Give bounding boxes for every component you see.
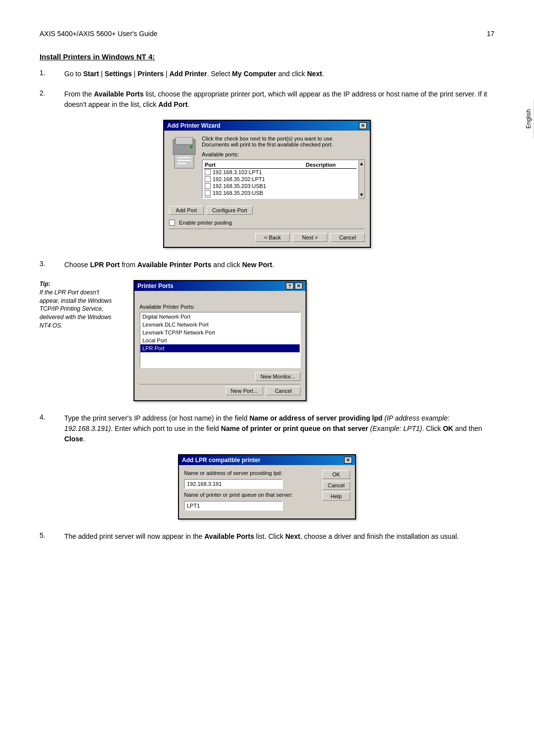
pport-lpr[interactable]: LPR Port — [140, 344, 300, 352]
port-item-0[interactable]: 192.168.3.102:LPT1 — [204, 169, 356, 176]
queue-input-row — [184, 501, 315, 511]
step-2: 2. From the Available Ports list, choose… — [40, 89, 494, 110]
col-port-header: Port — [205, 162, 306, 168]
pport-lexmark-dlc[interactable]: Lexmark DLC Network Port — [140, 321, 300, 329]
new-monitor-button[interactable]: New Monitor... — [255, 372, 301, 381]
tip-box: Tip: If the LPR Port doesn't appear, ins… — [40, 280, 119, 330]
lpr-titlebar-buttons: ✕ — [344, 457, 352, 464]
port-name-2: 192.168.35.203:USB1 — [213, 183, 266, 189]
tip-label: Tip: — [40, 280, 119, 288]
lpr-fields: Name or address of server providing lpd:… — [184, 470, 315, 514]
next-button[interactable]: Next > — [293, 233, 327, 242]
spacer-top — [139, 296, 301, 304]
add-lpr-dialog-container: Add LPR compatible printer ✕ Name or add… — [40, 454, 494, 520]
scroll-up-arrow[interactable]: ▲ — [359, 161, 364, 166]
ports-listbox-container: Port Description 192.168.3.102:LPT1 192. — [202, 159, 365, 199]
ports-divider — [139, 384, 301, 384]
lpr-ok-button[interactable]: OK — [322, 470, 350, 479]
dialog-main-area: Click the check box next to the port(s) … — [169, 136, 365, 199]
step-3: 3. Choose LPR Port from Available Printe… — [40, 260, 494, 270]
lpr-cancel-button[interactable]: Cancel — [322, 481, 350, 490]
port-name-3: 192.168.35.203:USB — [213, 190, 263, 196]
listbox-header: Port Description — [204, 161, 356, 169]
step-5-content: The added print server will now appear i… — [64, 531, 494, 542]
pport-lexmark-tcp[interactable]: Lexmark TCP/IP Network Port — [140, 329, 300, 336]
port-item-4[interactable]: 192.168.35.203:LPT1 — [204, 196, 356, 199]
step-4-number: 4. — [40, 413, 64, 421]
tip-text: If the LPR Port doesn't appear, install … — [40, 288, 119, 330]
lpr-help-button[interactable]: Help — [322, 492, 350, 501]
svg-rect-1 — [176, 137, 193, 144]
pport-digital-network[interactable]: Digital Network Port — [140, 313, 300, 321]
dialog-title: Add Printer Wizard — [167, 122, 221, 129]
new-port-button[interactable]: New Port... — [225, 386, 263, 395]
queue-input[interactable] — [184, 501, 283, 511]
enable-pooling-checkbox[interactable] — [169, 220, 175, 226]
add-port-button[interactable]: Add Port — [169, 206, 204, 215]
step-1-number: 1. — [40, 69, 64, 77]
close-titlebar-btn[interactable]: ✕ — [295, 283, 303, 289]
dialog-titlebar: Add Printer Wizard ✕ — [164, 121, 370, 131]
cancel-button[interactable]: Cancel — [330, 233, 365, 242]
port-checkbox-3[interactable] — [205, 190, 211, 196]
section-heading: Install Printers in Windows NT 4: — [40, 52, 494, 61]
printer-ports-title: Printer Ports — [137, 283, 174, 289]
step-3-content: Choose LPR Port from Available Printer P… — [64, 260, 494, 270]
new-monitor-row: New Monitor... — [139, 372, 301, 381]
ports-cancel-button[interactable]: Cancel — [266, 386, 301, 395]
listbox-empty-space — [140, 352, 300, 367]
add-lpr-dialog: Add LPR compatible printer ✕ Name or add… — [178, 454, 356, 520]
dialog-content: Click the check box next to the port(s) … — [164, 131, 370, 247]
nav-divider — [169, 229, 365, 229]
lpr-close-btn[interactable]: ✕ — [344, 457, 352, 464]
printer-ports-dialog: Printer Ports ? ✕ Available Printer Port… — [134, 280, 307, 401]
ports-scrollbar[interactable]: ▲ ▼ — [358, 159, 365, 199]
port-item-3[interactable]: 192.168.35.203:USB — [204, 189, 356, 196]
printer-icon-area — [169, 136, 199, 175]
port-name-1: 192.168.35.202:LPT1 — [213, 176, 265, 182]
page-number: 17 — [487, 30, 494, 38]
port-checkbox-4[interactable] — [205, 197, 211, 199]
printer-icon — [171, 137, 198, 174]
enable-pooling-row: Enable printer pooling — [169, 220, 365, 226]
close-button[interactable]: ✕ — [359, 122, 367, 129]
step-4: 4. Type the print server's IP address (o… — [40, 413, 494, 444]
available-ports-label: Available ports: — [202, 151, 365, 157]
step-3-number: 3. — [40, 260, 64, 268]
available-printer-ports-label: Available Printer Ports: — [139, 304, 301, 310]
help-titlebar-btn[interactable]: ? — [286, 283, 294, 289]
port-checkbox-0[interactable] — [205, 169, 211, 175]
step-1: 1. Go to Start | Settings | Printers | A… — [40, 69, 494, 79]
lpr-action-buttons: OK Cancel Help — [322, 470, 350, 501]
port-checkbox-1[interactable] — [205, 176, 211, 182]
printer-ports-content: Available Printer Ports: Digital Network… — [134, 291, 306, 400]
bottom-controls: Add Port Configure Port — [169, 203, 365, 218]
lpr-form-area: Name or address of server providing lpd:… — [184, 470, 350, 514]
port-name-0: 192.168.3.102:LPT1 — [213, 169, 262, 175]
pport-local[interactable]: Local Port — [140, 336, 300, 344]
queue-label: Name of printer or print queue on that s… — [184, 492, 315, 498]
printer-ports-listbox[interactable]: Digital Network Port Lexmark DLC Network… — [139, 312, 301, 368]
configure-port-button[interactable]: Configure Port — [207, 206, 253, 215]
lpr-title: Add LPR compatible printer — [182, 457, 261, 464]
step-2-content: From the Available Ports list, choose th… — [64, 89, 494, 110]
svg-rect-5 — [177, 163, 187, 164]
back-button[interactable]: < Back — [255, 233, 290, 242]
port-item-2[interactable]: 192.168.35.203:USB1 — [204, 183, 356, 189]
enable-pooling-label: Enable printer pooling — [179, 220, 232, 226]
port-name-4: 192.168.35.203:LPT1 — [213, 197, 265, 199]
add-printer-wizard-dialog: Add Printer Wizard ✕ — [163, 120, 371, 248]
server-label: Name or address of server providing lpd: — [184, 470, 315, 476]
ports-listbox[interactable]: Port Description 192.168.3.102:LPT1 192. — [202, 159, 358, 199]
sidebar-language-label: English — [524, 99, 534, 139]
step-5-number: 5. — [40, 531, 64, 539]
port-item-1[interactable]: 192.168.35.202:LPT1 — [204, 176, 356, 183]
queue-row: Name of printer or print queue on that s… — [184, 492, 315, 498]
server-input[interactable] — [184, 479, 283, 489]
server-row: Name or address of server providing lpd: — [184, 470, 315, 476]
scroll-down-arrow[interactable]: ▼ — [359, 192, 364, 197]
port-checkbox-2[interactable] — [205, 183, 211, 189]
ports-list-area: Click the check box next to the port(s) … — [202, 136, 365, 199]
port-action-buttons: Add Port Configure Port — [169, 206, 253, 215]
step-4-content: Type the print server's IP address (or h… — [64, 413, 494, 444]
